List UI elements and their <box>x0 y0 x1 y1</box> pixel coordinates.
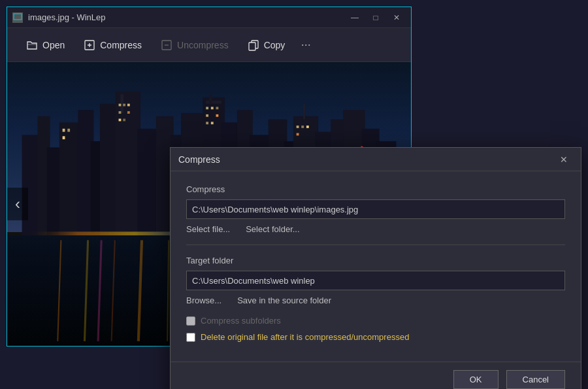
delete-original-row: Delete original file after it is compres… <box>186 332 565 342</box>
uncompress-icon <box>160 39 173 52</box>
compress-button[interactable]: Compress <box>75 35 150 56</box>
svg-rect-34 <box>211 107 214 109</box>
save-source-link[interactable]: Save in the source folder <box>237 296 331 305</box>
open-icon <box>25 39 39 52</box>
window-title: images.jpg - WinLep <box>28 12 346 22</box>
dialog-close-button[interactable]: ✕ <box>555 150 573 169</box>
svg-rect-12 <box>67 129 70 132</box>
svg-line-68 <box>167 240 169 341</box>
close-button[interactable]: ✕ <box>387 11 406 24</box>
compress-icon <box>83 39 96 52</box>
minimize-button[interactable]: — <box>346 11 364 24</box>
svg-rect-22 <box>119 111 122 114</box>
svg-rect-2 <box>18 15 20 17</box>
uncompress-label: Uncompress <box>177 40 229 50</box>
svg-rect-25 <box>123 118 125 121</box>
svg-rect-32 <box>209 94 212 103</box>
uncompress-button[interactable]: Uncompress <box>152 35 237 56</box>
svg-rect-13 <box>63 136 65 139</box>
open-button[interactable]: Open <box>18 35 73 56</box>
svg-line-65 <box>84 240 88 341</box>
compress-subfolders-row: Compress subfolders <box>186 316 565 326</box>
svg-rect-47 <box>297 126 299 128</box>
svg-rect-19 <box>119 103 122 106</box>
maximize-button[interactable]: □ <box>367 11 385 24</box>
svg-rect-38 <box>206 122 208 124</box>
svg-line-66 <box>112 240 115 341</box>
target-folder-label: Target folder <box>186 256 565 265</box>
svg-rect-46 <box>303 103 305 119</box>
svg-rect-35 <box>216 107 219 109</box>
delete-original-label: Delete original file after it is compres… <box>201 332 409 342</box>
svg-rect-17 <box>116 91 140 241</box>
compress-subfolders-checkbox[interactable] <box>186 316 195 326</box>
svg-rect-33 <box>206 107 208 109</box>
app-icon <box>12 12 23 23</box>
divider-1 <box>186 245 565 245</box>
svg-rect-36 <box>206 114 208 117</box>
svg-rect-6 <box>249 42 255 50</box>
copy-button[interactable]: Copy <box>239 35 293 56</box>
folder-actions-row: Browse... Save in the source folder <box>186 296 565 305</box>
window-controls: — □ ✕ <box>346 11 406 24</box>
dialog-footer: OK Cancel <box>171 362 581 389</box>
svg-rect-49 <box>306 126 309 128</box>
copy-icon <box>247 39 260 52</box>
more-button[interactable]: ··· <box>295 35 316 56</box>
delete-original-checkbox[interactable] <box>186 333 195 342</box>
select-folder-link[interactable]: Select folder... <box>246 224 299 234</box>
svg-rect-48 <box>301 126 304 128</box>
compress-label: Compress <box>100 40 142 50</box>
compress-subfolders-label: Compress subfolders <box>201 316 281 326</box>
svg-rect-1 <box>15 15 18 17</box>
svg-rect-20 <box>123 103 125 106</box>
open-label: Open <box>42 40 65 50</box>
svg-rect-37 <box>216 114 219 117</box>
more-icon: ··· <box>301 38 311 52</box>
title-bar: images.jpg - WinLep — □ ✕ <box>7 7 411 28</box>
compress-file-input[interactable] <box>186 199 565 219</box>
compress-dialog: Compress ✕ Compress Select file... Selec… <box>170 147 581 389</box>
svg-line-67 <box>139 240 142 341</box>
svg-line-64 <box>57 240 61 341</box>
compress-section-label: Compress <box>186 184 565 194</box>
browse-link[interactable]: Browse... <box>186 296 221 305</box>
svg-rect-39 <box>211 122 214 124</box>
svg-rect-24 <box>119 118 122 121</box>
cancel-button[interactable]: Cancel <box>506 370 565 389</box>
svg-rect-11 <box>63 129 65 132</box>
ok-button[interactable]: OK <box>453 370 498 389</box>
file-actions-row: Select file... Select folder... <box>186 224 565 234</box>
target-folder-input[interactable] <box>186 271 565 290</box>
dialog-body: Compress Select file... Select folder...… <box>171 171 581 362</box>
svg-rect-21 <box>127 103 130 106</box>
svg-rect-50 <box>297 133 299 135</box>
svg-rect-31 <box>206 101 221 104</box>
svg-rect-26 <box>137 129 159 241</box>
prev-button[interactable]: ‹ <box>7 188 28 220</box>
svg-rect-10 <box>59 122 81 241</box>
select-file-link[interactable]: Select file... <box>186 224 230 234</box>
dialog-title-bar: Compress ✕ <box>171 148 581 171</box>
dialog-title: Compress <box>178 154 555 165</box>
left-arrow-icon: ‹ <box>15 195 20 213</box>
toolbar: Open Compress Uncompress <box>7 28 411 62</box>
svg-rect-18 <box>120 94 123 113</box>
svg-rect-23 <box>127 111 130 114</box>
copy-label: Copy <box>264 40 286 50</box>
svg-line-75 <box>98 240 101 341</box>
